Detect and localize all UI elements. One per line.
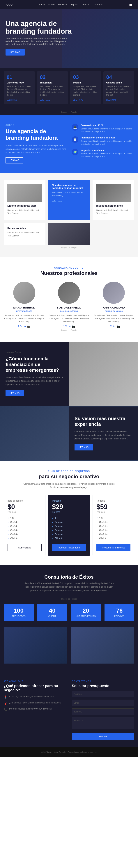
location-icon: 📍 bbox=[4, 695, 7, 699]
team-member-1-avatar bbox=[13, 282, 35, 304]
feature-2-content: Planificación de base de datos Sample te… bbox=[81, 136, 133, 146]
stats-image-2 bbox=[71, 627, 134, 663]
service-2-link[interactable]: LEER MÁS bbox=[52, 200, 62, 202]
stat-label-2: NUESTRO EQUIPO bbox=[75, 615, 97, 618]
feature-1-description: Sample text. Click to select the text. C… bbox=[81, 127, 133, 133]
team-section-label: Conozca al equipo bbox=[4, 267, 134, 269]
step-1-link[interactable]: LEER MÁS bbox=[7, 99, 17, 101]
about-section: SOBRE Una agencia de branding fundadora … bbox=[0, 115, 138, 173]
phone-input[interactable] bbox=[72, 708, 134, 715]
team-section: Conozca al equipo Nuestros profesionales… bbox=[0, 257, 138, 342]
pricing-section: Plan de precios pequeños para su negocio… bbox=[0, 461, 138, 565]
hero-cta-button[interactable]: LES MÁS bbox=[5, 49, 25, 56]
stat-number-2: 20 bbox=[75, 607, 97, 614]
team-image-credit: Imagen de Freepik bbox=[4, 328, 134, 333]
service-card-4: Redes sociales Sample text. Click to sel… bbox=[4, 223, 90, 245]
contact-question: ❓ ¿No puedes hacer si un gran credito pa… bbox=[4, 701, 66, 705]
pricing-button-business[interactable]: Proceder Anualmente bbox=[96, 544, 131, 551]
email-input[interactable] bbox=[72, 700, 134, 706]
pricing-feature-2-5: Cliick A bbox=[96, 536, 131, 540]
social-facebook-icon-2[interactable]: f bbox=[63, 325, 64, 328]
nav-link-equipo[interactable]: Equipo bbox=[71, 3, 78, 6]
service-card-3: Investigación en línea Sample text. Clic… bbox=[92, 180, 134, 220]
team-member-3-name: ANN RICHMOND bbox=[93, 306, 134, 309]
contact-question-text: ¿No puedes hacer si un gran credito para… bbox=[9, 701, 62, 705]
pricing-button-free[interactable]: Subir Gratis bbox=[7, 544, 42, 551]
vision-description: Comenzar a usar este produto Conciencia … bbox=[75, 430, 133, 440]
nav-link-servicios[interactable]: Servicios bbox=[58, 3, 67, 6]
message-textarea[interactable] bbox=[72, 717, 134, 729]
stats-header: Consultoría de Éxitos Sample text. Click… bbox=[4, 574, 134, 592]
step-2-description: Sample text. Click to select the text. C… bbox=[40, 85, 65, 96]
feature-3-description: Sample text. Click to select the text. C… bbox=[81, 152, 133, 158]
pricing-card-personal: Personal $29 Por mes 1 S Carácter Caráct… bbox=[48, 495, 90, 556]
social-facebook-icon-3[interactable]: f bbox=[108, 325, 108, 328]
team-section-heading: Nuestros profesionales bbox=[4, 270, 134, 276]
social-instagram-icon-3[interactable]: 📷 bbox=[117, 325, 120, 328]
stats-bottom bbox=[4, 627, 134, 663]
team-member-2-socials: f 𝕏 in 📷 bbox=[48, 325, 89, 328]
about-features: 💻 Desarrollo de UI/UX Sample text. Click… bbox=[72, 124, 133, 158]
nav-link-sobre[interactable]: Sobre bbox=[48, 3, 55, 6]
form-group-phone bbox=[72, 708, 134, 715]
team-member-1-name: MARÍA HARRÓN bbox=[4, 306, 45, 309]
about-title: Una agencia de branding fundadora bbox=[5, 128, 66, 141]
team-member-1-description: Sample text. Click to select the text Et… bbox=[4, 314, 45, 323]
steps-image-credit: Imagen de Freepik bbox=[0, 110, 138, 115]
social-facebook-icon-1[interactable]: f bbox=[18, 325, 19, 328]
pricing-feature-2-4: Carácter bbox=[96, 532, 131, 536]
contact-info-label: Atención 24/7 bbox=[4, 680, 66, 682]
step-2-link[interactable]: LEER MÁS bbox=[40, 99, 50, 101]
step-3-title: Pasión bbox=[73, 81, 98, 84]
step-2-number: 02 bbox=[40, 74, 65, 80]
step-4-link[interactable]: LEER MÁS bbox=[106, 99, 117, 101]
form-submit-button[interactable]: ENVIAR bbox=[72, 733, 134, 740]
phone-icon: 📞 bbox=[4, 708, 7, 711]
about-left: SOBRE Una agencia de branding fundadora … bbox=[5, 124, 66, 164]
service-card-1: Diseño de páginas web Sample text. Click… bbox=[4, 180, 46, 220]
step-3-link[interactable]: LEER MÁS bbox=[73, 99, 83, 101]
team-member-2-description: Sample text. Click to select the text Et… bbox=[48, 314, 89, 323]
contact-form: Contactenos Solicitar presupuesto ENVIAR bbox=[72, 680, 134, 740]
footer: © 2024 Agencia de Branding. Todos los de… bbox=[0, 747, 138, 757]
contact-form-label: Contactenos bbox=[72, 680, 134, 682]
stats-image-1 bbox=[4, 627, 67, 663]
pricing-features-1: 1 S Carácter Carácter Carácter Carácter … bbox=[52, 516, 86, 540]
financing-title: ¿Cómo funciona la financiación de empres… bbox=[5, 356, 63, 373]
pricing-period-0: Por mes bbox=[7, 511, 42, 513]
pricing-feature-0-4: Carácter bbox=[7, 532, 42, 536]
pricing-button-personal[interactable]: Proceder Anualmente bbox=[52, 544, 86, 551]
social-linkedin-icon-3[interactable]: in bbox=[113, 325, 115, 328]
social-linkedin-icon-2[interactable]: in bbox=[68, 325, 71, 328]
social-instagram-icon-2[interactable]: 📷 bbox=[72, 325, 75, 328]
pricing-feature-1-5: Cliick A bbox=[52, 536, 86, 540]
name-input[interactable] bbox=[72, 691, 134, 698]
pricing-feature-0-2: Carácter bbox=[7, 524, 42, 528]
stat-card-3: 76 PREMIOS bbox=[105, 603, 135, 621]
nav-link-precios[interactable]: Precios bbox=[82, 3, 89, 6]
nav-link-contacto[interactable]: Contacto bbox=[93, 3, 103, 6]
social-linkedin-icon-1[interactable]: in bbox=[24, 325, 26, 328]
financing-image-label: Imagen de Freepik bbox=[5, 351, 63, 353]
team-member-2-name: BOB GREENFIELD bbox=[48, 306, 89, 309]
step-1-title: Diseño de logo bbox=[7, 81, 32, 84]
stats-grid: 100 PROYECTOS 40 CLIENT 20 NUESTRO EQUIP… bbox=[4, 603, 134, 621]
vision-cta-button[interactable]: LES MÁS bbox=[75, 444, 93, 451]
pricing-title: para su negocio creativo bbox=[4, 474, 134, 479]
nav-link-inicio[interactable]: Inicio bbox=[39, 3, 45, 6]
services-image-credit: Imagen de Freepik bbox=[4, 245, 134, 250]
social-instagram-icon-1[interactable]: 📷 bbox=[27, 325, 30, 328]
pricing-feature-2-3: Carácter bbox=[96, 528, 131, 532]
stat-number-0: 100 bbox=[7, 607, 30, 614]
pricing-plan-2: Negocio bbox=[96, 499, 131, 502]
social-twitter-icon-2[interactable]: 𝕏 bbox=[65, 325, 67, 328]
social-twitter-icon-1[interactable]: 𝕏 bbox=[20, 325, 22, 328]
step-1-number: 01 bbox=[7, 74, 32, 80]
financing-cta-button[interactable]: LES MÁS bbox=[5, 390, 24, 396]
footer-text: © 2024 Agencia de Branding. Todos los de… bbox=[5, 751, 133, 753]
hero-title: Una agencia de branding fundadora bbox=[5, 20, 79, 35]
service-1-image bbox=[7, 184, 42, 202]
hamburger-icon[interactable]: ☰ bbox=[129, 2, 133, 7]
social-twitter-icon-3[interactable]: 𝕏 bbox=[110, 325, 112, 328]
about-cta-button[interactable]: LES MÁS bbox=[5, 157, 23, 163]
